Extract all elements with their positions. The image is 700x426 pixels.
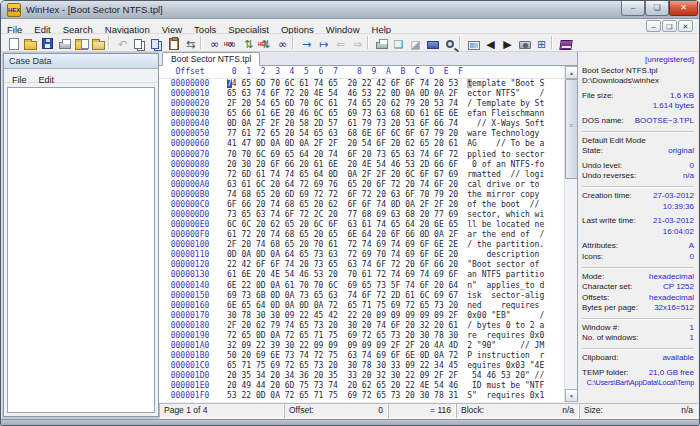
hex-row-ascii[interactable]: ar the end of / bbox=[467, 230, 544, 240]
case-menu-item-file[interactable]: File bbox=[6, 73, 33, 88]
hex-row[interactable]: 000000E06C 6C 20 62 65 20 6C 6F 63 61 74… bbox=[159, 220, 564, 230]
goto-offset-icon[interactable]: → bbox=[298, 35, 315, 51]
cursor-nibble[interactable]: 7 bbox=[227, 79, 232, 88]
new-file-icon[interactable] bbox=[5, 35, 22, 51]
open-folder-icon[interactable] bbox=[90, 35, 107, 51]
hex-row[interactable]: 0000013061 6E 20 4E 54 46 53 20 70 61 72… bbox=[159, 270, 564, 280]
hex-row-bytes[interactable]: 72 65 0D 0A 72 65 71 75 69 72 65 73 20 3… bbox=[227, 331, 458, 341]
hex-row-bytes[interactable]: 2F 20 54 65 6D 70 6C 61 74 65 20 62 79 2… bbox=[227, 99, 458, 109]
paste-icon[interactable] bbox=[165, 35, 182, 51]
hex-row-bytes[interactable]: 6E 65 64 0D 0A 0D 0A 72 65 71 75 69 72 6… bbox=[227, 301, 458, 311]
hex-scrollbar[interactable]: ▲ ▼ bbox=[564, 66, 577, 402]
ram-editor-icon[interactable] bbox=[424, 35, 441, 51]
hex-rows[interactable]: 0000000074 65 6D 70 6C 61 74 65 20 22 42… bbox=[159, 79, 564, 402]
previous-window-icon[interactable]: ◀ bbox=[482, 35, 499, 51]
hex-row-bytes[interactable]: 74 68 65 20 6D 69 72 72 6F 72 20 63 6F 7… bbox=[227, 190, 458, 200]
hex-row-ascii[interactable]: ll be located ne bbox=[467, 220, 544, 230]
mdi-close-button[interactable]: ✕ bbox=[678, 20, 693, 32]
hex-row-bytes[interactable]: 61 6E 20 4E 54 46 53 20 70 61 72 74 69 7… bbox=[227, 270, 458, 280]
hex-row-bytes[interactable]: 6F 66 20 74 68 65 20 62 6F 6F 74 0D 0A 2… bbox=[227, 200, 458, 210]
hex-row-bytes[interactable]: 30 78 30 30 09 22 45 42 22 20 09 09 09 0… bbox=[227, 311, 458, 321]
hex-row-bytes[interactable]: 69 73 6B 0D 0A 73 65 63 74 6F 72 2D 61 6… bbox=[227, 291, 458, 301]
copy-hex-icon[interactable] bbox=[148, 35, 165, 51]
hex-row-bytes[interactable]: 50 20 69 6E 73 74 72 75 63 74 69 6F 6E 0… bbox=[227, 351, 458, 361]
hex-row-bytes[interactable]: 20 30 20 6F 66 20 61 6E 20 4E 54 46 53 2… bbox=[227, 160, 458, 170]
hex-row-bytes[interactable]: 53 22 0D 0A 72 65 71 75 69 72 65 73 20 3… bbox=[227, 391, 458, 401]
help-icon[interactable] bbox=[557, 35, 574, 51]
hex-row[interactable]: 000001F053 22 0D 0A 72 65 71 75 69 72 65… bbox=[159, 391, 564, 401]
hex-row[interactable]: 000001100D 0A 0D 0A 64 65 73 63 72 69 70… bbox=[159, 250, 564, 260]
hex-row-bytes[interactable]: 61 72 20 74 68 65 20 65 6E 64 20 6F 66 0… bbox=[227, 230, 458, 240]
hex-row[interactable]: 000000A063 61 6C 20 64 72 69 76 65 20 6F… bbox=[159, 180, 564, 190]
hex-row-ascii[interactable]: efan Fleischmann bbox=[467, 109, 544, 119]
hex-editor[interactable]: Offset 0 1 2 3 4 5 6 7 8 9 A B C D E F 0… bbox=[159, 66, 564, 402]
hex-row-bytes[interactable]: 6E 22 0D 0A 61 70 70 6C 69 65 73 5F 74 6… bbox=[227, 281, 458, 291]
properties-icon[interactable] bbox=[73, 35, 90, 51]
convert-icon[interactable]: ⇆ bbox=[182, 35, 199, 51]
hex-row-ascii[interactable]: an NTFS partitio bbox=[467, 270, 544, 280]
hex-row-ascii[interactable]: 54 46 53 20" // bbox=[467, 371, 544, 381]
minimize-button[interactable]: – bbox=[621, 1, 645, 16]
hex-row[interactable]: 0000009072 6D 61 74 74 65 64 0D 0A 2F 2F… bbox=[159, 170, 564, 180]
gallery-icon[interactable] bbox=[465, 35, 482, 51]
case-menu-item-edit[interactable]: Edit bbox=[33, 73, 61, 88]
cascade-windows-icon[interactable]: ❏ bbox=[390, 35, 407, 51]
copy-icon[interactable] bbox=[131, 35, 148, 51]
print-preview-icon[interactable] bbox=[373, 35, 390, 51]
forward-icon[interactable]: ⇒ bbox=[349, 35, 366, 51]
mdi-restore-button[interactable]: ❏ bbox=[662, 20, 677, 32]
hex-row-ascii[interactable]: 0 of an NTFS-fo bbox=[467, 160, 544, 170]
hex-row-bytes[interactable]: 63 61 6C 20 64 72 69 76 65 20 6F 72 20 7… bbox=[227, 180, 458, 190]
hex-row-bytes[interactable]: 65 63 74 6F 72 20 4E 54 46 53 22 0D 0A 0… bbox=[227, 89, 458, 99]
hex-row-ascii[interactable]: sector, which wi bbox=[467, 210, 544, 220]
hex-row-ascii[interactable]: 0x00 "EB" / bbox=[467, 311, 544, 321]
hex-row-ascii[interactable]: P instruction r bbox=[467, 351, 544, 361]
next-window-icon[interactable]: ▶ bbox=[499, 35, 516, 51]
open-file-icon[interactable] bbox=[22, 35, 39, 51]
hex-row-ascii[interactable]: cal drive or to bbox=[467, 180, 544, 190]
hex-row-ascii[interactable]: rmatted // logi bbox=[467, 170, 544, 180]
hex-row[interactable]: 0000003065 66 61 6E 20 46 6C 65 69 73 63… bbox=[159, 109, 564, 119]
hex-row[interactable]: 0000008020 30 20 6F 66 20 61 6E 20 4E 54… bbox=[159, 160, 564, 170]
hex-row-bytes[interactable]: 22 42 6F 6F 74 20 73 65 63 74 6F 72 20 6… bbox=[227, 260, 458, 270]
hex-row-bytes[interactable]: 73 65 63 74 6F 72 2C 20 77 68 69 63 68 2… bbox=[227, 210, 458, 220]
hex-row[interactable]: 000001002F 20 74 68 65 20 70 61 72 74 69… bbox=[159, 240, 564, 250]
hex-row-ascii[interactable]: template "Boot S bbox=[467, 79, 544, 89]
undo-icon[interactable]: ↶ bbox=[114, 35, 131, 51]
hex-row[interactable]: 0000015069 73 6B 0D 0A 73 65 63 74 6F 72… bbox=[159, 291, 564, 301]
back-icon[interactable]: ⇐ bbox=[332, 35, 349, 51]
hex-row-bytes[interactable]: 74 65 6D 70 6C 61 74 65 20 22 42 6F 6F 7… bbox=[227, 79, 458, 89]
hex-row-ascii[interactable]: the mirror copy bbox=[467, 190, 544, 200]
cursor-ascii[interactable]: t bbox=[467, 79, 472, 88]
hex-row-ascii[interactable]: "Boot sector of bbox=[467, 260, 544, 270]
hex-row[interactable]: 0000000074 65 6D 70 6C 61 74 65 20 22 42… bbox=[159, 79, 564, 89]
hex-row-bytes[interactable]: 41 47 0D 0A 0D 0A 2F 2F 20 54 6F 20 62 6… bbox=[227, 139, 458, 149]
hex-row[interactable]: 000000B074 68 65 20 6D 69 72 72 6F 72 20… bbox=[159, 190, 564, 200]
goto-block-icon[interactable]: ↦ bbox=[315, 35, 332, 51]
hex-row[interactable]: 0000012022 42 6F 6F 74 20 73 65 63 74 6F… bbox=[159, 260, 564, 270]
close-button[interactable]: ✕ bbox=[669, 1, 698, 16]
hex-row-bytes[interactable]: 20 35 34 20 34 36 20 35 33 20 32 30 22 0… bbox=[227, 371, 458, 381]
hex-row-ascii[interactable]: / the partition. bbox=[467, 240, 544, 250]
hex-row-bytes[interactable]: 32 09 22 39 30 22 09 09 09 09 09 2F 2F 2… bbox=[227, 341, 458, 351]
hex-row-ascii[interactable]: / bytes 0 to 2 a bbox=[467, 321, 544, 331]
screenshot-icon[interactable] bbox=[516, 35, 533, 51]
tab-boot-sector-ntfs[interactable]: Boot Sector NTFS.tpl bbox=[162, 52, 260, 66]
title-bar[interactable]: HEX WinHex - [Boot Sector NTFS.tpl] – ❏ … bbox=[1, 1, 699, 19]
find-hex-icon[interactable]: ∞HEX bbox=[223, 35, 240, 51]
hex-row-bytes[interactable]: 2F 20 62 79 74 65 73 20 30 20 74 6F 20 3… bbox=[227, 321, 458, 331]
hex-row-ascii[interactable]: n" applies_to d bbox=[467, 281, 544, 291]
hex-row-bytes[interactable]: 6C 6C 20 62 65 20 6C 6F 63 61 74 65 64 2… bbox=[227, 220, 458, 230]
hex-row-ascii[interactable]: of the boot // bbox=[467, 200, 544, 210]
hex-row[interactable]: 000001606E 65 64 0D 0A 0D 0A 72 65 71 75… bbox=[159, 301, 564, 311]
print-icon[interactable] bbox=[56, 35, 73, 51]
hex-row[interactable]: 000001406E 22 0D 0A 61 70 70 6C 69 65 73… bbox=[159, 281, 564, 291]
hex-row-ascii[interactable]: ID must be "NTF bbox=[467, 381, 544, 391]
hex-row[interactable]: 0000005077 61 72 65 20 54 65 63 68 6E 6F… bbox=[159, 129, 564, 139]
hex-row[interactable]: 000001C065 71 75 69 72 65 73 20 30 78 30… bbox=[159, 361, 564, 371]
hex-row[interactable]: 000001A032 09 22 39 30 22 09 09 09 09 09… bbox=[159, 341, 564, 351]
hex-row-ascii[interactable]: ware Technology bbox=[467, 129, 544, 139]
hex-row-ascii[interactable]: equires 0x03 "4E bbox=[467, 361, 544, 371]
hex-row-ascii[interactable]: // X-Ways Soft bbox=[467, 119, 544, 129]
hex-row-ascii[interactable]: re requires 0x0 bbox=[467, 331, 544, 341]
